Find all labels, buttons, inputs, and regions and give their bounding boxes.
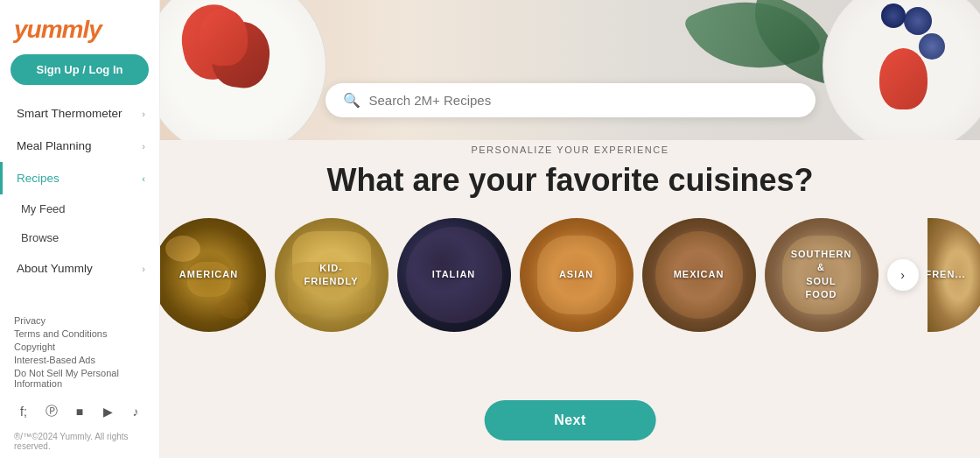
cuisine-label: KID-FRIENDLY <box>303 262 360 289</box>
chevron-down-icon: ‹ <box>142 173 145 184</box>
cuisine-italian[interactable]: ITALIAN <box>397 218 511 332</box>
sidebar-item-recipes[interactable]: Recipes ‹ <box>0 162 159 194</box>
chevron-right-icon: › <box>142 264 145 274</box>
footer-terms[interactable]: Terms and Conditions <box>14 328 145 339</box>
blueberry-3 <box>919 33 945 60</box>
copyright-text: ®/™©2024 Yummly. All rights reserved. <box>0 428 159 458</box>
nav-label: Browse <box>21 231 59 244</box>
sidebar-footer: Privacy Terms and Conditions Copyright I… <box>0 308 159 395</box>
instagram-icon[interactable]: ■ <box>70 402 89 421</box>
app-logo: yummly <box>14 16 102 43</box>
footer-privacy[interactable]: Privacy <box>14 315 145 326</box>
cuisine-label: ITALIAN <box>432 268 476 281</box>
strawberry-right <box>879 48 928 109</box>
personalize-label: PERSONALIZE YOUR EXPERIENCE <box>471 144 668 155</box>
nav-label: Meal Planning <box>17 139 92 152</box>
cuisine-mexican[interactable]: MEXICAN <box>642 218 756 332</box>
youtube-icon[interactable]: ▶ <box>98 402 117 421</box>
search-container: 🔍 <box>326 83 816 117</box>
cuisine-french[interactable]: FREN... <box>928 218 981 332</box>
next-button-container: Next <box>484 400 656 440</box>
facebook-icon[interactable]: f; <box>14 402 33 421</box>
cuisine-label: FREN... <box>928 268 966 281</box>
chevron-right-icon: › <box>142 109 145 119</box>
cuisine-section: PERSONALIZE YOUR EXPERIENCE What are you… <box>160 144 980 332</box>
sidebar-item-browse[interactable]: Browse <box>0 223 159 252</box>
signup-button[interactable]: Sign Up / Log In <box>10 54 149 85</box>
chevron-right-icon: › <box>142 141 145 151</box>
sidebar: yummly Sign Up / Log In Smart Thermomete… <box>0 0 160 458</box>
next-cuisine-button[interactable]: › <box>887 259 919 291</box>
social-icons: f; Ⓟ ■ ▶ ♪ <box>0 395 159 428</box>
cuisine-label: SOUTHERN & SOUL FOOD <box>791 248 852 302</box>
pinterest-icon[interactable]: Ⓟ <box>42 402 61 421</box>
sidebar-item-about[interactable]: About Yummly › <box>0 252 159 285</box>
nav-label: Recipes <box>17 172 60 185</box>
cuisine-kid-friendly[interactable]: KID-FRIENDLY <box>275 218 388 332</box>
cuisine-label: MEXICAN <box>674 268 724 281</box>
footer-copyright[interactable]: Copyright <box>14 342 145 352</box>
sidebar-item-smart-thermometer[interactable]: Smart Thermometer › <box>0 97 159 130</box>
search-icon: 🔍 <box>343 92 360 109</box>
search-bar: 🔍 <box>326 83 816 117</box>
footer-interest[interactable]: Interest-Based Ads <box>14 355 145 365</box>
blueberry-2 <box>881 4 906 28</box>
hero-background <box>160 0 980 140</box>
nav-label: About Yummly <box>17 262 93 275</box>
footer-do-not-sell[interactable]: Do Not Sell My Personal Information <box>14 368 145 389</box>
cuisine-label: AMERICAN <box>179 268 238 281</box>
sidebar-item-my-feed[interactable]: My Feed <box>0 194 159 223</box>
cuisine-american[interactable]: AMERICAN <box>160 218 266 332</box>
search-input[interactable] <box>369 93 798 108</box>
cuisine-southern-soul[interactable]: SOUTHERN & SOUL FOOD <box>765 218 878 332</box>
cuisine-asian[interactable]: ASIAN <box>520 218 634 332</box>
main-content: 🔍 PERSONALIZE YOUR EXPERIENCE What are y… <box>160 0 980 458</box>
cuisine-label: ASIAN <box>559 268 593 281</box>
tiktok-icon[interactable]: ♪ <box>126 402 145 421</box>
sidebar-nav: Smart Thermometer › Meal Planning › Reci… <box>0 97 159 308</box>
nav-label: My Feed <box>21 202 66 215</box>
next-button[interactable]: Next <box>484 400 656 440</box>
logo: yummly <box>0 0 159 54</box>
sidebar-item-meal-planning[interactable]: Meal Planning › <box>0 130 159 162</box>
page-title: What are your favorite cuisines? <box>326 162 813 199</box>
nav-label: Smart Thermometer <box>17 107 122 120</box>
blueberry-1 <box>904 7 932 35</box>
cuisine-row: AMERICAN KID-FRIENDLY ITALIAN ASIAN MEXI… <box>160 218 980 332</box>
